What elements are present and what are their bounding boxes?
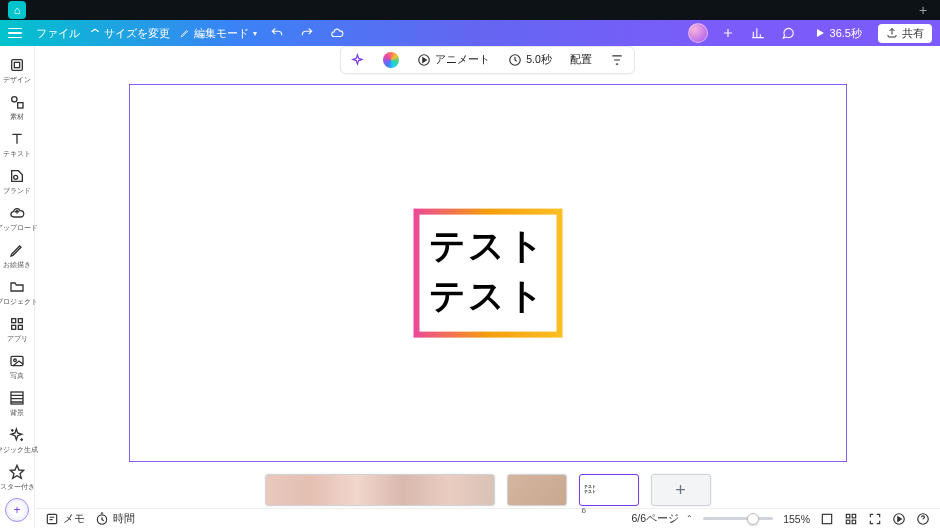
thumb-preview: テスト テスト — [584, 485, 596, 495]
sidebar-item-design[interactable]: デザイン — [0, 56, 34, 83]
comment-button[interactable] — [778, 23, 798, 43]
svg-rect-16 — [822, 514, 831, 523]
toolbar-group-style: アニメート 5.0秒 配置 — [340, 46, 635, 74]
sidebar-item-text[interactable]: テキスト — [0, 130, 34, 157]
present-button[interactable]: 36.5秒 — [808, 24, 868, 43]
page-indicator-label: 6/6ページ — [632, 512, 680, 526]
timer-label: 時間 — [113, 512, 135, 526]
page-thumbnail-6-selected[interactable]: テスト テスト 6 — [579, 474, 639, 506]
elements-icon — [8, 93, 26, 111]
new-tab-button[interactable]: + — [914, 1, 932, 19]
sidebar-item-elements[interactable]: 素材 — [0, 93, 34, 120]
sidebar-item-photos[interactable]: 写真 — [0, 352, 34, 379]
svg-rect-6 — [18, 319, 22, 323]
sidebar-item-draw[interactable]: お絵描き — [0, 241, 34, 268]
svg-point-4 — [14, 175, 18, 179]
magic-fab-button[interactable]: + — [5, 498, 29, 522]
sidebar-item-background[interactable]: 背景 — [0, 389, 34, 416]
page-indicator[interactable]: 6/6ページ⌃ — [632, 512, 694, 526]
animate-button[interactable]: アニメート — [409, 50, 498, 70]
filter-icon — [610, 53, 624, 67]
page-number-label: 6 — [582, 506, 586, 515]
sidebar-label: アプリ — [7, 335, 28, 342]
notes-button[interactable]: メモ — [45, 512, 85, 526]
animate-label: アニメート — [435, 53, 490, 67]
user-avatar[interactable] — [688, 23, 708, 43]
draw-icon — [8, 241, 26, 259]
home-tab-icon[interactable]: ⌂ — [8, 1, 26, 19]
top-menu-bar: ファイル サイズを変更 編集モード ▾ 36.5秒 共有 — [0, 20, 940, 46]
fullscreen-button[interactable] — [868, 512, 882, 526]
present-footer-button[interactable] — [892, 512, 906, 526]
share-button[interactable]: 共有 — [878, 24, 932, 43]
sidebar-label: お絵描き — [3, 261, 31, 268]
cloud-sync-button[interactable] — [327, 23, 347, 43]
sidebar-label: テキスト — [3, 150, 31, 157]
window-tab-bar: ⌂ + — [0, 0, 940, 20]
svg-rect-20 — [852, 520, 856, 524]
text-line-2[interactable]: テスト — [429, 271, 546, 321]
analytics-button[interactable] — [748, 23, 768, 43]
undo-button[interactable] — [267, 23, 287, 43]
help-button[interactable] — [916, 512, 930, 526]
duration-label: 5.0秒 — [526, 53, 552, 67]
hamburger-menu-button[interactable] — [8, 24, 26, 42]
sidebar-label: 写真 — [10, 372, 24, 379]
edit-mode-menu[interactable]: 編集モード ▾ — [180, 26, 257, 41]
sidebar-item-magic[interactable]: マジック生成 — [0, 426, 34, 453]
duration-button[interactable]: 5.0秒 — [500, 50, 560, 70]
resize-menu[interactable]: サイズを変更 — [90, 26, 170, 41]
home-icon: ⌂ — [14, 4, 21, 16]
page-canvas[interactable]: テスト テスト — [129, 84, 847, 462]
effects-button[interactable] — [343, 50, 373, 70]
file-menu[interactable]: ファイル — [36, 26, 80, 41]
cloud-icon — [330, 26, 344, 40]
sidebar-label: プロジェクト — [0, 298, 38, 305]
position-button[interactable]: 配置 — [562, 50, 600, 70]
plus-icon — [721, 26, 735, 40]
canvas-viewport[interactable]: テスト テスト — [35, 74, 940, 472]
add-collaborator-button[interactable] — [718, 23, 738, 43]
sidebar-label: 背景 — [10, 409, 24, 416]
svg-point-2 — [12, 97, 17, 102]
zoom-label: 155% — [783, 513, 810, 525]
sidebar-item-uploads[interactable]: アップロード — [0, 204, 34, 231]
sidebar-label: 素材 — [10, 113, 24, 120]
page-thumbnails: テスト テスト 6 + — [35, 472, 940, 508]
text-element-inner: テスト テスト — [419, 215, 556, 332]
apps-icon — [8, 315, 26, 333]
color-button[interactable] — [375, 49, 407, 71]
page-thumbnail-5[interactable] — [507, 474, 567, 506]
sidebar-item-projects[interactable]: プロジェクト — [0, 278, 34, 305]
sidebar-label: スター付き — [0, 483, 35, 490]
star-icon — [8, 463, 26, 481]
sidebar-label: マジック生成 — [0, 446, 38, 453]
view-grid-button[interactable] — [820, 512, 834, 526]
notes-label: メモ — [63, 512, 85, 526]
text-element-frame[interactable]: テスト テスト — [413, 209, 562, 338]
text-line-1[interactable]: テスト — [429, 221, 546, 271]
editor-main: アニメート 5.0秒 配置 テスト テスト — [35, 46, 940, 528]
redo-button[interactable] — [297, 23, 317, 43]
duration-label: 36.5秒 — [830, 26, 862, 41]
add-page-button[interactable]: + — [651, 474, 711, 506]
chevron-up-icon: ⌃ — [686, 514, 693, 523]
page-thumbnail-group[interactable] — [265, 474, 495, 506]
comment-icon — [781, 26, 795, 40]
zoom-slider[interactable] — [703, 517, 773, 520]
text-icon — [8, 130, 26, 148]
view-layers-button[interactable] — [844, 512, 858, 526]
svg-rect-7 — [12, 325, 16, 329]
sidebar-item-brand[interactable]: ブランド — [0, 167, 34, 194]
grid-icon — [820, 512, 834, 526]
plus-icon: + — [13, 503, 20, 517]
resize-label: サイズを変更 — [104, 26, 170, 41]
svg-rect-0 — [12, 60, 23, 71]
timer-icon — [95, 512, 109, 526]
timer-button[interactable]: 時間 — [95, 512, 135, 526]
sidebar-item-apps[interactable]: アプリ — [0, 315, 34, 342]
svg-rect-5 — [12, 319, 16, 323]
zoom-level[interactable]: 155% — [783, 513, 810, 525]
sidebar-item-starred[interactable]: スター付き — [0, 463, 34, 490]
filter-button[interactable] — [602, 50, 632, 70]
